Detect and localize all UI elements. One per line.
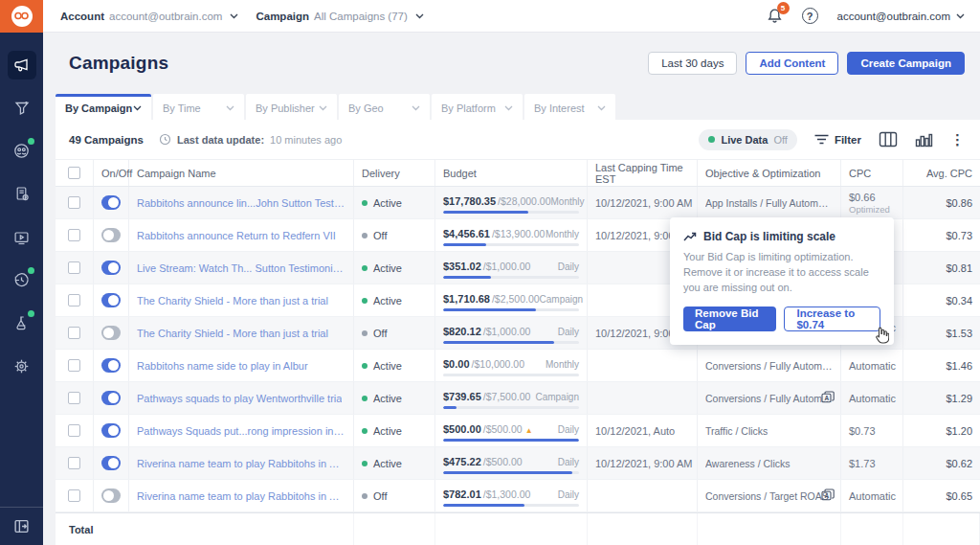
cpc-cell[interactable]: Automatic xyxy=(841,350,903,381)
delivery-status: Active xyxy=(354,187,435,218)
sidebar-item-audiences[interactable] xyxy=(0,129,43,172)
budget-cell: $1,710.68/$2,500.00▲Campaign xyxy=(435,284,588,316)
cpc-cell[interactable]: Automatic xyxy=(841,382,903,414)
notifications-button[interactable]: 5 xyxy=(767,8,783,25)
tab-by-campaign[interactable]: By Campaign xyxy=(56,94,151,120)
on-off-toggle[interactable] xyxy=(101,488,121,503)
row-checkbox[interactable] xyxy=(68,424,80,437)
objective-cell: Conversions / Fully Automatic A xyxy=(698,350,841,381)
collapse-sidebar-button[interactable] xyxy=(0,507,43,545)
columns-icon[interactable] xyxy=(879,131,898,148)
notification-badge: 5 xyxy=(777,2,790,14)
on-off-toggle[interactable] xyxy=(101,326,121,340)
budget-progress-bar xyxy=(443,341,579,344)
avg-cpc-cell: $0.65 xyxy=(903,480,980,511)
sidebar-item-creatives[interactable] xyxy=(0,216,43,259)
column-header[interactable]: Objective & Optimization xyxy=(698,160,841,186)
row-checkbox[interactable] xyxy=(68,196,80,209)
column-header[interactable]: Delivery xyxy=(354,160,435,186)
on-off-toggle[interactable] xyxy=(101,293,121,307)
on-off-toggle[interactable] xyxy=(101,195,121,210)
column-header[interactable]: Campaign Name xyxy=(129,160,354,186)
chart-icon[interactable] xyxy=(915,132,933,148)
on-off-toggle[interactable] xyxy=(101,358,121,373)
delivery-dot-icon xyxy=(362,330,368,336)
column-header[interactable]: CPC xyxy=(841,160,903,186)
help-button[interactable]: ? xyxy=(802,8,818,24)
tooltip-title: Bid Cap is limiting scale xyxy=(703,230,835,243)
row-checkbox[interactable] xyxy=(68,327,80,339)
campaign-name-link[interactable]: Live Stream: Watch Th... Sutton Testimon… xyxy=(137,262,345,274)
filter-button[interactable]: Filter xyxy=(814,134,861,146)
tab-by-platform[interactable]: By Platform xyxy=(432,94,523,120)
remove-bid-cap-button[interactable]: Remove Bid Cap xyxy=(683,307,776,331)
row-checkbox[interactable] xyxy=(68,359,80,372)
row-checkbox[interactable] xyxy=(68,457,80,469)
campaign-name-link[interactable]: Rabbitohs announce Return to Redfern VII xyxy=(137,230,336,241)
on-off-toggle[interactable] xyxy=(101,391,121,405)
column-header[interactable]: Last Capping Time EST xyxy=(588,160,698,186)
more-options-button[interactable]: ⋮ xyxy=(950,132,965,147)
creative-icon xyxy=(8,223,36,252)
on-off-toggle[interactable] xyxy=(101,228,121,242)
cpc-cell[interactable]: Automatic xyxy=(841,480,903,511)
cpc-cell[interactable]: $0.73 xyxy=(841,415,903,446)
budget-cell: $351.02/$1,000.00▲Daily xyxy=(435,252,588,284)
row-checkbox[interactable] xyxy=(68,261,80,274)
sidebar-item-reports[interactable] xyxy=(0,172,43,216)
select-all-checkbox[interactable] xyxy=(68,167,80,179)
tab-by-time[interactable]: By Time xyxy=(153,94,244,120)
delivery-dot-icon xyxy=(362,461,368,466)
user-menu[interactable]: account@outbrain.com xyxy=(837,11,965,22)
table-header: On/OffCampaign NameDeliveryBudgetLast Ca… xyxy=(56,160,980,187)
campaign-name-link[interactable]: The Charity Shield - More than just a tr… xyxy=(137,328,328,339)
sidebar-item-settings[interactable] xyxy=(0,345,43,388)
on-off-toggle[interactable] xyxy=(101,456,121,470)
tab-by-interest[interactable]: By Interest xyxy=(524,94,615,120)
cpc-cell[interactable]: $1.73 xyxy=(841,447,903,479)
bid-cap-tooltip: Bid Cap is limiting scale Your Bid Cap i… xyxy=(670,217,894,345)
cpc-cell[interactable]: $0.66Optimized xyxy=(841,187,903,218)
column-header[interactable]: Avg. CPC xyxy=(903,160,980,186)
campaign-name-link[interactable]: The Charity Shield - More than just a tr… xyxy=(137,295,328,307)
add-content-button[interactable]: Add Content xyxy=(746,52,838,75)
row-checkbox[interactable] xyxy=(68,229,80,241)
delivery-dot-icon xyxy=(362,363,368,369)
account-selector[interactable]: Account account@outbrain.com xyxy=(60,11,238,22)
column-header[interactable]: Budget xyxy=(435,160,588,186)
on-off-toggle[interactable] xyxy=(101,261,121,275)
campaign-name-link[interactable]: Riverina name team to play Rabbitohs in … xyxy=(137,490,345,502)
sidebar-item-history[interactable] xyxy=(0,259,43,302)
delivery-dot-icon xyxy=(362,428,368,434)
sidebar-item-conversions[interactable] xyxy=(0,86,43,129)
ab-test-icon: A xyxy=(821,488,835,501)
campaign-name-link[interactable]: Rabbitohs announce lin...John Sutton Tes… xyxy=(137,197,345,209)
tab-by-geo[interactable]: By Geo xyxy=(339,94,430,120)
row-checkbox[interactable] xyxy=(68,392,80,404)
live-data-toggle[interactable]: Live Data Off xyxy=(699,129,796,150)
create-campaign-button[interactable]: Create Campaign xyxy=(847,52,965,75)
outbrain-logo[interactable] xyxy=(0,0,43,33)
increase-bid-button[interactable]: Increase to $0.74 xyxy=(784,307,880,331)
on-off-toggle[interactable] xyxy=(101,423,121,438)
chevron-down-icon xyxy=(415,13,424,19)
sidebar-item-campaigns[interactable] xyxy=(0,43,43,86)
chevron-down-icon xyxy=(504,105,513,111)
campaign-name-link[interactable]: Riverina name team to play Rabbitohs in … xyxy=(137,458,345,469)
row-checkbox[interactable] xyxy=(68,489,80,502)
tab-by-publisher[interactable]: By Publisher xyxy=(246,94,337,120)
campaign-name-link[interactable]: Pathways Squads put...rong impression in… xyxy=(137,425,345,437)
campaign-selector[interactable]: Campaign All Campaigns (77) xyxy=(256,11,423,22)
campaign-name-link[interactable]: Pathways squads to play Wentworthville t… xyxy=(137,393,342,404)
campaign-count: 49 Campaigns xyxy=(69,134,144,146)
delivery-dot-icon xyxy=(362,200,368,206)
avg-cpc-cell: $1.46 xyxy=(903,350,980,381)
objective-cell: Traffic / Clicks A xyxy=(698,415,841,446)
sidebar-item-experiments[interactable] xyxy=(0,302,43,345)
account-label: Account xyxy=(60,11,104,22)
date-range-button[interactable]: Last 30 days xyxy=(648,52,737,75)
last-capping-time: 10/12/2021, Auto xyxy=(588,415,698,446)
campaign-name-link[interactable]: Rabbitohs name side to play in Albur xyxy=(137,360,308,372)
row-checkbox[interactable] xyxy=(68,294,80,307)
column-header[interactable]: On/Off xyxy=(94,160,129,186)
